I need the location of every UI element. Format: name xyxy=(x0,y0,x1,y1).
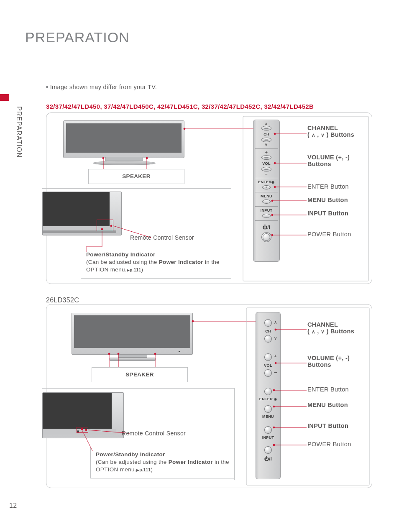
panel-menu-label: MENU xyxy=(261,194,272,198)
psi-title: Power/Standby Indicator xyxy=(86,251,226,258)
power-standby-box-2: Power/Standby Indicator (Can be adjusted… xyxy=(90,447,235,478)
panel-vol-label: VOL xyxy=(262,161,270,166)
menu-button-2[interactable] xyxy=(264,405,272,413)
model-heading-1: 32/37/42/47LD450, 37/42/47LD450C, 42/47L… xyxy=(46,103,376,110)
panel-power-label: ⏻/I xyxy=(263,225,270,230)
volume-up-button[interactable] xyxy=(261,155,271,160)
tv-top-illustration-2 xyxy=(72,313,193,355)
diagram-frame-2: SPEAKER Remote Control Sensor Power/Stan… xyxy=(46,304,372,488)
panel-input-label-2: INPUT xyxy=(262,435,274,440)
panel-input-label: INPUT xyxy=(261,208,273,212)
note-line: Image shown may differ from your TV. xyxy=(46,84,376,90)
channel-callout: CHANNEL ( ∧ , ∨ ) Buttons xyxy=(307,125,354,138)
volume-callout: VOLUME (+, -) Buttons xyxy=(307,154,350,167)
speaker-label-2: SPEAKER xyxy=(125,371,154,379)
panel-power-label-2: ⏻/I xyxy=(264,456,272,461)
psi-title-2: Power/Standby Indicator xyxy=(96,451,229,458)
menu-callout-2: MENU Button xyxy=(307,402,348,408)
page-number: 12 xyxy=(9,502,17,509)
speaker-label: SPEAKER xyxy=(122,173,151,180)
power-callout: POWER Button xyxy=(307,231,351,238)
panel-ch-label-2: CH xyxy=(265,329,271,333)
remote-sensor-label-1: Remote Control Sensor xyxy=(130,234,194,241)
psi-bold: Power Indicator xyxy=(159,259,203,265)
volume-down-button[interactable] xyxy=(261,167,271,171)
power-button-2[interactable] xyxy=(264,446,272,454)
psi-desc: (Can be adjusted using the Power Indicat… xyxy=(86,258,226,274)
panel-vol-label-2: VOL xyxy=(264,363,272,368)
power-button[interactable] xyxy=(261,232,271,242)
zoom-highlight-1 xyxy=(97,220,113,231)
input-button[interactable] xyxy=(262,214,271,218)
psi-part1: (Can be adjusted using the xyxy=(86,259,159,265)
speaker-label-box-1: SPEAKER xyxy=(88,169,184,184)
button-panel-1: ∧ CH ∨ + VOL − ENTER◉ MENU INPUT xyxy=(253,120,280,262)
panel-enter-label: ENTER◉ xyxy=(258,180,274,184)
channel-down-button[interactable] xyxy=(261,138,271,142)
enter-callout-2: ENTER Button xyxy=(307,386,349,393)
enter-callout: ENTER Button xyxy=(307,183,349,190)
content-area: Image shown may differ from your TV. 32/… xyxy=(46,84,376,501)
input-callout: INPUT Button xyxy=(307,210,348,217)
psi-close: ) xyxy=(141,266,143,273)
psi-desc-2: (Can be adjusted using the Power Indicat… xyxy=(96,458,229,473)
enter-button[interactable] xyxy=(262,185,271,189)
panel-menu-label-2: MENU xyxy=(262,414,274,419)
tv-top-illustration xyxy=(63,120,184,158)
channel-up-button-2[interactable] xyxy=(264,319,272,327)
panel-enter-label-2: ENTER ◉ xyxy=(259,397,277,401)
button-panel-2: ∧ CH ∨ + VOL − ENTER ◉ MENU INPUT ⏻/I xyxy=(256,312,281,479)
input-button-2[interactable] xyxy=(264,426,272,434)
volume-callout-2: VOLUME (+, -) Buttons xyxy=(307,355,350,368)
channel-down-button-2[interactable] xyxy=(264,335,272,343)
speaker-label-box-2: SPEAKER xyxy=(92,367,188,382)
model-heading-2: 26LD352C xyxy=(46,297,376,304)
diagram-frame-1: SPEAKER Remote Control Sensor Power/Stan… xyxy=(46,113,372,284)
enter-button-2[interactable] xyxy=(264,388,272,395)
volume-up-button-2[interactable] xyxy=(264,353,272,361)
psi-pref: p.111 xyxy=(130,268,141,272)
panel-ch-label: CH xyxy=(263,132,269,136)
menu-callout: MENU Button xyxy=(307,197,348,203)
volume-down-button-2[interactable] xyxy=(264,369,272,377)
power-standby-box-1: Power/Standby Indicator (Can be adjusted… xyxy=(81,247,231,279)
menu-button[interactable] xyxy=(262,200,271,204)
sidebar-section-label: PREPARATION xyxy=(15,106,23,158)
accent-tab xyxy=(0,94,9,101)
remote-sensor-label-2: Remote Control Sensor xyxy=(122,430,186,437)
page-title: PREPARATION xyxy=(25,29,130,46)
channel-up-button[interactable] xyxy=(261,126,271,130)
input-callout-2: INPUT Button xyxy=(307,422,348,429)
channel-callout-2: CHANNEL ( ∧ , ∨ ) Buttons xyxy=(307,321,354,335)
zoom-highlight-2 xyxy=(77,427,88,433)
power-callout-2: POWER Button xyxy=(307,441,351,448)
